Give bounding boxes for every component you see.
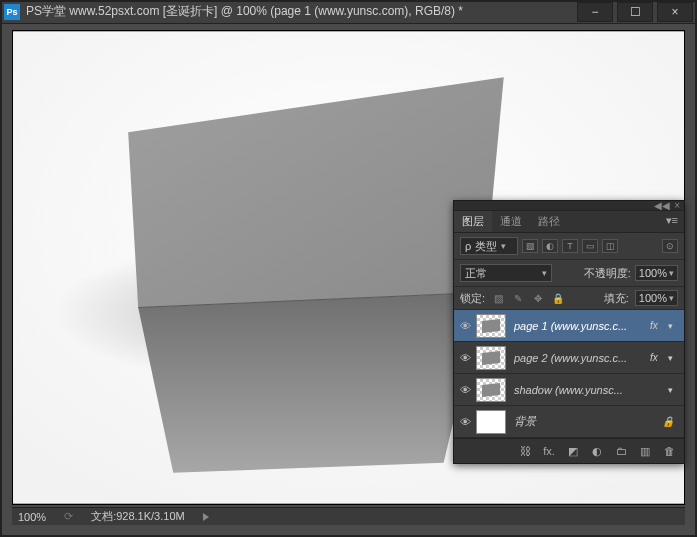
fx-expand-icon[interactable]: ▾ (668, 385, 680, 395)
fill-field[interactable]: 100% ▾ (635, 290, 678, 306)
sync-icon[interactable]: ⟳ (64, 510, 73, 523)
visibility-toggle[interactable]: 👁 (454, 416, 476, 428)
panel-tabs: 图层 通道 路径 ▾≡ (454, 211, 684, 233)
layer-row[interactable]: 👁shadow (www.yunsc...▾ (454, 374, 684, 406)
fx-expand-icon[interactable]: ▾ (668, 353, 680, 363)
zoom-level[interactable]: 100% (18, 511, 46, 523)
opacity-value: 100% (639, 267, 667, 279)
opacity-label: 不透明度: (584, 266, 631, 281)
layer-row[interactable]: 👁背景🔒 (454, 406, 684, 438)
filter-pixel-icon[interactable]: ▧ (522, 239, 538, 253)
statusbar: 100% ⟳ 文档:928.1K/3.10M (12, 507, 685, 525)
blend-row: 正常 ▾ 不透明度: 100% ▾ (454, 260, 684, 287)
visibility-toggle[interactable]: 👁 (454, 384, 476, 396)
new-layer-icon[interactable]: ▥ (636, 443, 654, 459)
add-mask-icon[interactable]: ◩ (564, 443, 582, 459)
filter-kind-select[interactable]: ρ 类型 ▾ (460, 237, 518, 255)
tab-layers[interactable]: 图层 (454, 211, 492, 232)
visibility-toggle[interactable]: 👁 (454, 320, 476, 332)
blend-mode-value: 正常 (465, 266, 487, 281)
svg-marker-3 (138, 293, 484, 473)
collapse-icon[interactable]: ◀◀ (654, 200, 670, 211)
filter-type-icon[interactable]: T (562, 239, 578, 253)
doc-size: 文档:928.1K/3.10M (91, 509, 185, 524)
tab-channels[interactable]: 通道 (492, 211, 530, 232)
tab-paths[interactable]: 路径 (530, 211, 568, 232)
blend-mode-select[interactable]: 正常 ▾ (460, 264, 552, 282)
fill-value: 100% (639, 292, 667, 304)
filter-adjust-icon[interactable]: ◐ (542, 239, 558, 253)
layer-name: shadow (www.yunsc... (514, 384, 668, 396)
filter-smart-icon[interactable]: ◫ (602, 239, 618, 253)
lock-pixels-icon[interactable]: ✎ (511, 291, 525, 305)
chevron-down-icon: ▾ (669, 293, 674, 303)
layer-name: 背景 (514, 414, 662, 429)
lock-all-icon[interactable]: 🔒 (551, 291, 565, 305)
layer-thumbnail[interactable] (476, 346, 506, 370)
layer-fx-icon[interactable]: fx. (540, 443, 558, 459)
fx-expand-icon[interactable]: ▾ (668, 321, 680, 331)
panel-grip[interactable]: ◀◀ × (454, 201, 684, 211)
window-title: PS学堂 www.52psxt.com [圣诞折卡] @ 100% (page … (26, 3, 577, 20)
lock-transparent-icon[interactable]: ▨ (491, 291, 505, 305)
panel-footer: ⛓ fx. ◩ ◐ 🗀 ▥ 🗑 (454, 438, 684, 463)
lock-row: 锁定: ▨ ✎ ✥ 🔒 填充: 100% ▾ (454, 287, 684, 310)
layer-row[interactable]: 👁page 1 (www.yunsc.c...fx▾ (454, 310, 684, 342)
filter-kind-value: ρ (465, 240, 471, 252)
chevron-down-icon: ▾ (501, 241, 506, 251)
filter-kind-label: 类型 (475, 239, 497, 254)
layer-thumbnail[interactable] (476, 378, 506, 402)
maximize-button[interactable]: ☐ (617, 2, 653, 22)
new-group-icon[interactable]: 🗀 (612, 443, 630, 459)
titlebar: Ps PS学堂 www.52psxt.com [圣诞折卡] @ 100% (pa… (0, 0, 697, 24)
lock-icon: 🔒 (662, 416, 680, 427)
filter-row: ρ 类型 ▾ ▧ ◐ T ▭ ◫ ⊙ (454, 233, 684, 260)
layer-thumbnail[interactable] (476, 314, 506, 338)
delete-layer-icon[interactable]: 🗑 (660, 443, 678, 459)
layer-list: 👁page 1 (www.yunsc.c...fx▾👁page 2 (www.y… (454, 310, 684, 438)
app-icon: Ps (4, 4, 20, 20)
fx-badge[interactable]: fx (650, 352, 668, 363)
panel-close-icon[interactable]: × (674, 200, 680, 211)
layer-name: page 1 (www.yunsc.c... (514, 320, 650, 332)
minimize-button[interactable]: − (577, 2, 613, 22)
visibility-toggle[interactable]: 👁 (454, 352, 476, 364)
lock-position-icon[interactable]: ✥ (531, 291, 545, 305)
chevron-down-icon: ▾ (542, 268, 547, 278)
new-fill-icon[interactable]: ◐ (588, 443, 606, 459)
opacity-field[interactable]: 100% ▾ (635, 265, 678, 281)
layer-name: page 2 (www.yunsc.c... (514, 352, 650, 364)
chevron-down-icon: ▾ (669, 268, 674, 278)
link-layers-icon[interactable]: ⛓ (516, 443, 534, 459)
layers-panel: ◀◀ × 图层 通道 路径 ▾≡ ρ 类型 ▾ ▧ ◐ T ▭ ◫ ⊙ 正常 ▾… (453, 200, 685, 464)
filter-toggle[interactable]: ⊙ (662, 239, 678, 253)
expand-icon[interactable] (203, 513, 209, 521)
filter-shape-icon[interactable]: ▭ (582, 239, 598, 253)
panel-menu-icon[interactable]: ▾≡ (660, 211, 684, 232)
fx-badge[interactable]: fx (650, 320, 668, 331)
layer-row[interactable]: 👁page 2 (www.yunsc.c...fx▾ (454, 342, 684, 374)
fill-label: 填充: (604, 291, 629, 306)
close-button[interactable]: × (657, 2, 693, 22)
lock-label: 锁定: (460, 291, 485, 306)
layer-thumbnail[interactable] (476, 410, 506, 434)
